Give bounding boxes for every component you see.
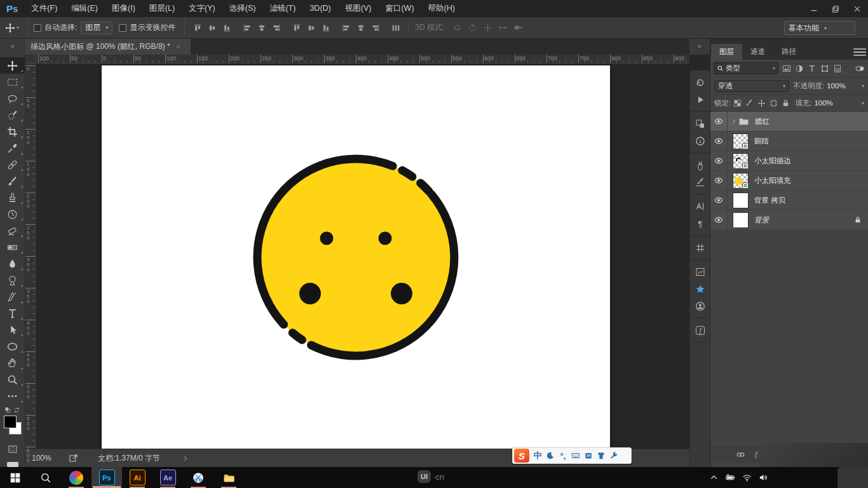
foreground-color-swatch[interactable] [4, 416, 17, 428]
panel-button-actions[interactable] [690, 91, 710, 108]
menu-item-dd[interactable]: 3D(D) [302, 0, 337, 17]
3d-rotate-button[interactable] [449, 20, 465, 35]
opacity-value[interactable]: 100% [827, 82, 845, 90]
filter-toggle-icon[interactable] [855, 64, 865, 74]
auto-select-dropdown[interactable]: 图层▾ [81, 22, 112, 34]
blur-tool[interactable] [0, 255, 25, 272]
taskbar-file-explorer[interactable] [214, 467, 244, 488]
link-layers-button[interactable] [736, 450, 745, 459]
visibility-toggle[interactable] [710, 210, 728, 230]
align-bottom-edges-button[interactable] [219, 20, 234, 35]
menu-item-w[interactable]: 窗口(W) [378, 0, 421, 17]
vertical-ruler[interactable]: 050100150200250300350400450500550600 [25, 64, 36, 449]
panel-button-styles[interactable] [690, 280, 710, 297]
taskbar-browser[interactable] [61, 467, 92, 488]
panel-button-character[interactable] [690, 198, 710, 215]
auto-select-checkbox[interactable] [34, 24, 41, 32]
swap-colors-icon[interactable] [13, 407, 20, 414]
zoom-level-field[interactable]: 100% [32, 454, 60, 463]
ellipse-tool[interactable] [0, 338, 25, 355]
spot-healing-brush-tool[interactable] [0, 156, 25, 173]
filter-pixel-layers-button[interactable] [780, 62, 793, 75]
document-tab[interactable]: 描边风格小图标 @ 100% (腮红, RGB/8) * [25, 39, 191, 55]
menu-item-t[interactable]: 滤镜(T) [262, 0, 302, 17]
brush-tool[interactable] [0, 173, 25, 189]
distribute-right-edges-button[interactable] [368, 20, 383, 35]
status-options-chevron-icon[interactable] [182, 455, 189, 462]
distribute-top-edges-button[interactable] [289, 20, 304, 35]
clone-stamp-tool[interactable] [0, 189, 25, 206]
battery-icon[interactable] [722, 467, 738, 488]
layer-row[interactable]: 背景 拷贝 [710, 191, 868, 210]
quick-mask-button[interactable] [0, 442, 25, 457]
layer-row[interactable]: 眼睛 [710, 132, 868, 151]
lock-all-button[interactable] [782, 99, 790, 107]
visibility-toggle[interactable] [710, 151, 728, 171]
panel-button-device-preview[interactable] [690, 115, 710, 132]
skin-button[interactable] [595, 448, 607, 463]
punctuation-button[interactable]: °, [557, 448, 569, 463]
panel-button-brush-settings[interactable] [690, 173, 710, 191]
panel-menu-icon[interactable] [851, 44, 868, 60]
lock-image-pixels-button[interactable] [745, 99, 754, 107]
panel-button-paragraph[interactable]: ¶ [690, 215, 710, 232]
taskbar-search[interactable] [31, 467, 61, 488]
taskbar-photoshop[interactable]: Ps [92, 467, 122, 488]
filter-type-dropdown[interactable]: 类型 ▾ [714, 62, 778, 74]
layer-row[interactable]: 背景 [710, 210, 868, 230]
distribute-horizontal-centers-button[interactable] [353, 20, 368, 35]
menu-item-i[interactable]: 图像(I) [105, 0, 142, 17]
align-left-edges-button[interactable] [240, 20, 254, 35]
chinese-mode-button[interactable]: 中 [531, 448, 544, 463]
gradient-tool[interactable] [0, 239, 25, 255]
close-button[interactable] [846, 0, 868, 17]
dock-collapse-button[interactable]: « [689, 39, 710, 55]
default-colors-icon[interactable] [4, 407, 11, 414]
taskbar-illustrator[interactable]: Ai [122, 467, 153, 488]
filter-shape-layers-button[interactable] [818, 62, 831, 75]
filter-adjustment-layers-button[interactable] [793, 62, 806, 75]
visibility-toggle[interactable] [710, 132, 728, 151]
disclosure-icon[interactable] [731, 118, 737, 125]
soft-keyboard-button[interactable] [569, 448, 582, 463]
distribute-bottom-edges-button[interactable] [318, 20, 333, 35]
quick-selection-tool[interactable] [0, 107, 25, 123]
shortcut-24-button[interactable]: 24 [582, 448, 595, 463]
sogou-logo[interactable]: S [514, 449, 529, 463]
horizontal-ruler[interactable]: 1005005010015020025030035040045050055060… [25, 55, 689, 64]
lock-artboard-button[interactable] [770, 99, 778, 107]
lock-transparent-pixels-button[interactable] [733, 99, 742, 107]
panel-button-camera-raw[interactable] [690, 297, 710, 315]
panel-button-info[interactable] [690, 132, 710, 149]
3d-drag-button[interactable] [480, 20, 495, 35]
eyedropper-tool[interactable] [0, 140, 25, 156]
wifi-icon[interactable] [738, 467, 755, 488]
eraser-tool[interactable] [0, 222, 25, 239]
tab-路径[interactable]: 路径 [773, 44, 804, 60]
panel-button-effects[interactable]: ƒ [690, 322, 710, 339]
3d-slide-button[interactable] [495, 20, 510, 35]
workspace-dropdown[interactable]: 基本功能▾ [784, 21, 855, 35]
export-share-icon[interactable] [69, 453, 79, 463]
filter-type-layers-button[interactable] [806, 62, 818, 75]
tab-通道[interactable]: 通道 [742, 44, 773, 60]
visibility-toggle[interactable] [710, 171, 728, 191]
3d-scale-button[interactable] [510, 20, 526, 35]
minimize-button[interactable] [803, 0, 825, 17]
menu-item-v[interactable]: 视图(V) [338, 0, 379, 17]
tray-expand-icon[interactable] [705, 467, 722, 488]
history-brush-tool[interactable] [0, 206, 25, 222]
panel-button-adjustments[interactable] [690, 263, 710, 280]
menu-item-e[interactable]: 编辑(E) [64, 0, 105, 17]
toolbar-collapse-button[interactable]: » [0, 39, 25, 55]
distribute-spacing-button[interactable] [388, 20, 403, 35]
align-right-edges-button[interactable] [269, 20, 283, 35]
visibility-toggle[interactable] [710, 191, 728, 210]
dodge-tool[interactable] [0, 272, 25, 288]
edit-toolbar[interactable] [0, 388, 25, 404]
filter-smart-objects-button[interactable] [831, 62, 844, 75]
panel-button-history[interactable] [690, 74, 710, 91]
fill-value[interactable]: 100% [814, 99, 832, 107]
restore-button[interactable] [825, 0, 846, 17]
type-tool[interactable] [0, 305, 25, 322]
